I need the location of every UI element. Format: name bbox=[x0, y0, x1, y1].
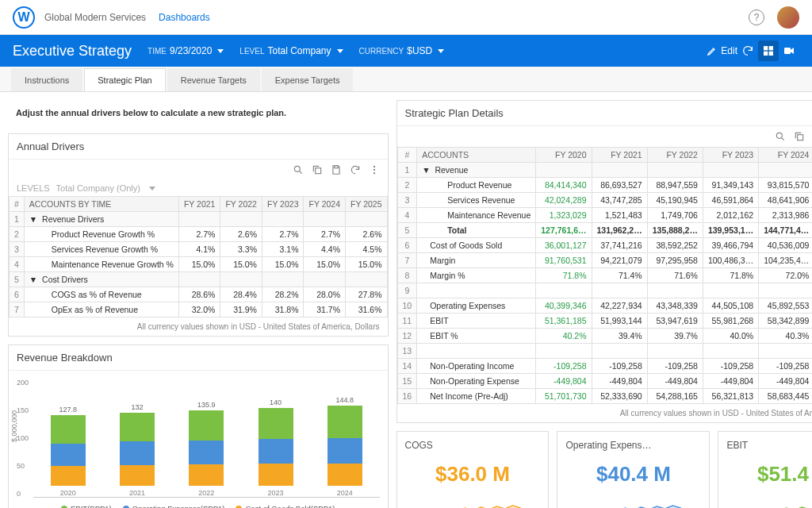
svg-rect-12 bbox=[798, 135, 803, 140]
bluebar: Executive Strategy TIME 9/23/2020 LEVEL … bbox=[0, 35, 812, 67]
svg-point-5 bbox=[294, 166, 300, 171]
table-row[interactable]: 6COGS as % of Revenue28.6%28.4%28.2%28.0… bbox=[10, 287, 388, 302]
strategic-plan-details-panel: Strategic Plan Details #ACCOUNTSFY 2020F… bbox=[396, 100, 812, 423]
bar-2021[interactable]: 1322021 bbox=[113, 403, 160, 497]
table-row[interactable]: 2Product Revenue Growth %2.7%2.6%2.7%2.7… bbox=[10, 227, 388, 242]
grid-icon bbox=[762, 44, 775, 57]
details-table: #ACCOUNTSFY 2020FY 2021FY 2022FY 2023FY … bbox=[397, 147, 812, 404]
footnote: All currency values shown in USD - Unite… bbox=[397, 404, 812, 422]
table-row[interactable]: 7Margin91,760,53194,221,07997,295,958100… bbox=[397, 253, 812, 268]
refresh-icon bbox=[741, 44, 754, 57]
bar-2023[interactable]: 1402023 bbox=[252, 398, 299, 497]
content: Adjust the annual drivers below to calcu… bbox=[0, 92, 812, 508]
table-row[interactable]: 4Maintenance Revenue Growth %15.0%15.0%1… bbox=[10, 257, 388, 272]
grid-view-button[interactable] bbox=[758, 40, 779, 61]
table-row[interactable]: 5Total127,761,6…131,962,2…135,888,2…139,… bbox=[397, 223, 812, 238]
refresh-button[interactable] bbox=[737, 40, 758, 61]
y-axis: 200150100500 bbox=[17, 379, 33, 498]
caret-down-icon bbox=[217, 49, 224, 53]
org-name: Global Modern Services bbox=[44, 12, 146, 23]
save-icon[interactable] bbox=[331, 164, 342, 175]
levels-selector[interactable]: LEVELS Total Company (Only) bbox=[9, 180, 388, 196]
panel-title: Revenue Breakdown bbox=[9, 345, 388, 371]
table-row[interactable]: 3Services Revenue42,024,28943,747,28545,… bbox=[397, 193, 812, 208]
chart-legend: EBIT(SPP1)Operating Expenses(SPP1)Cost o… bbox=[17, 498, 380, 508]
filter-time[interactable]: TIME 9/23/2020 bbox=[147, 45, 224, 56]
table-row[interactable]: 6Cost of Goods Sold36,001,12737,741,2163… bbox=[397, 238, 812, 253]
table-row[interactable]: 4Maintenance Revenue1,323,0291,521,4831,… bbox=[397, 208, 812, 223]
tab-instructions[interactable]: Instructions bbox=[11, 68, 82, 91]
svg-point-11 bbox=[777, 133, 783, 138]
help-icon[interactable]: ? bbox=[749, 10, 764, 25]
kpi-value: $40.4 M bbox=[596, 462, 671, 487]
logo[interactable]: W bbox=[13, 6, 35, 29]
edit-button[interactable]: Edit bbox=[707, 45, 737, 56]
table-row[interactable]: 16Net Income (Pre-Adj)51,701,73052,333,6… bbox=[397, 389, 812, 404]
svg-point-10 bbox=[373, 172, 374, 174]
pencil-icon bbox=[707, 45, 718, 56]
chart-area: $,000,000 200150100500 127.8202013220211… bbox=[9, 371, 388, 508]
sparkline bbox=[565, 498, 701, 508]
bars: 127.820201322021135.920221402023144.8202… bbox=[33, 379, 379, 498]
sparkline bbox=[405, 498, 541, 508]
kpi-row: COGS$36.0 M📌FY 2020Operating Expens…$40.… bbox=[396, 431, 812, 508]
bar-2024[interactable]: 144.82024 bbox=[321, 396, 368, 497]
table-row[interactable]: 12EBIT %40.2%39.4%39.7%40.0%40.3%40. bbox=[397, 329, 812, 344]
filter-level[interactable]: LEVEL Total Company bbox=[239, 45, 343, 56]
present-button[interactable] bbox=[779, 40, 799, 61]
refresh-icon[interactable] bbox=[350, 164, 361, 175]
avatar[interactable] bbox=[777, 6, 799, 29]
table-row[interactable]: 9 bbox=[397, 283, 812, 298]
page-title: Executive Strategy bbox=[13, 43, 132, 60]
drivers-table: #ACCOUNTS BY TIMEFY 2021FY 2022FY 2023FY… bbox=[9, 196, 388, 318]
bar-2020[interactable]: 127.82020 bbox=[44, 406, 91, 497]
kpi-value: $36.0 M bbox=[435, 462, 510, 487]
search-icon[interactable] bbox=[775, 131, 786, 142]
svg-point-9 bbox=[373, 169, 374, 171]
table-row[interactable]: 7OpEx as % of Revenue32.0%31.9%31.8%31.7… bbox=[10, 302, 388, 318]
tab-strategic-plan[interactable]: Strategic Plan bbox=[84, 68, 165, 91]
svg-point-8 bbox=[373, 166, 374, 167]
filter-currency[interactable]: CURRENCY $USD bbox=[359, 45, 445, 56]
table-row[interactable]: 13 bbox=[397, 344, 812, 359]
table-row[interactable]: 8Margin %71.8%71.4%71.6%71.8%72.0%72. bbox=[397, 268, 812, 283]
table-row[interactable]: 1▼ Revenue bbox=[397, 163, 812, 178]
panel-title: Annual Drivers bbox=[9, 134, 388, 160]
svg-rect-3 bbox=[769, 52, 773, 56]
caret-down-icon bbox=[337, 49, 343, 53]
sparkline bbox=[726, 498, 812, 508]
more-icon[interactable] bbox=[369, 164, 380, 175]
kpi-title: Operating Expens… bbox=[565, 440, 651, 451]
nav-dashboards[interactable]: Dashboards bbox=[159, 12, 210, 23]
table-row[interactable]: 15Non-Operating Expense-449,804-449,804-… bbox=[397, 374, 812, 389]
tabs: InstructionsStrategic PlanRevenue Target… bbox=[0, 67, 812, 92]
table-row[interactable]: 14Non-Operating Income-109,258-109,258-1… bbox=[397, 359, 812, 374]
bar-2022[interactable]: 135.92022 bbox=[183, 401, 230, 497]
footnote: All currency values shown in USD - Unite… bbox=[9, 318, 388, 336]
video-icon bbox=[783, 44, 795, 57]
panel-toolbar bbox=[397, 126, 812, 147]
revenue-breakdown-panel: Revenue Breakdown $,000,000 200150100500… bbox=[8, 344, 389, 508]
topbar: W Global Modern Services Dashboards ? bbox=[0, 0, 812, 35]
table-row[interactable]: 11EBIT51,361,18551,993,14453,947,61955,9… bbox=[397, 314, 812, 329]
svg-rect-7 bbox=[334, 166, 338, 168]
svg-rect-0 bbox=[764, 46, 768, 50]
panel-toolbar bbox=[9, 160, 388, 180]
legend-item: EBIT(SPP1) bbox=[61, 504, 112, 508]
table-row[interactable]: 2Product Revenue84,414,34086,693,52788,9… bbox=[397, 178, 812, 193]
kpi-card: COGS$36.0 M📌FY 2020 bbox=[396, 431, 550, 508]
table-row[interactable]: 10Operating Expenses40,399,34642,227,934… bbox=[397, 298, 812, 314]
annual-drivers-panel: Annual Drivers LEVELS Total Company (Onl… bbox=[8, 133, 389, 337]
caret-down-icon bbox=[149, 187, 155, 190]
legend-item: Operating Expenses(SPP1) bbox=[123, 504, 225, 508]
table-row[interactable]: 3Services Revenue Growth %4.1%3.3%3.1%4.… bbox=[10, 242, 388, 257]
search-icon[interactable] bbox=[293, 164, 304, 175]
tab-revenue-targets[interactable]: Revenue Targets bbox=[167, 68, 260, 91]
svg-rect-2 bbox=[764, 52, 768, 56]
tab-expense-targets[interactable]: Expense Targets bbox=[262, 68, 354, 91]
kpi-title: EBIT bbox=[726, 440, 748, 451]
legend-item: Cost of Goods Sold(SPP1) bbox=[236, 504, 335, 508]
y-axis-label: $,000,000 bbox=[10, 410, 18, 442]
copy-icon[interactable] bbox=[794, 131, 805, 142]
copy-icon[interactable] bbox=[312, 164, 323, 175]
